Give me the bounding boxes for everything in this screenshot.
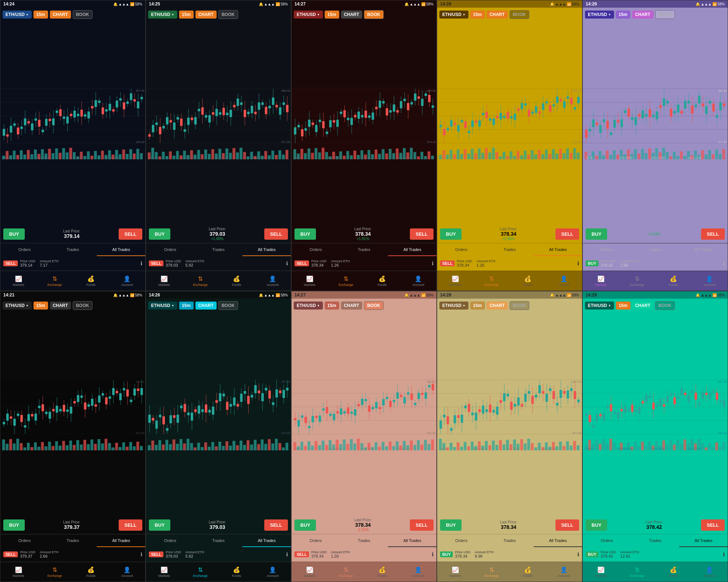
buy-button[interactable]: BUY	[440, 519, 462, 531]
nav-item-exchange[interactable]: ⇅ Exchange	[182, 562, 219, 582]
trade-tab-orders[interactable]: Orders	[292, 243, 340, 256]
info-icon[interactable]: ℹ	[577, 551, 579, 557]
nav-item-exchange[interactable]: ⇅ Exchange	[37, 271, 73, 291]
nav-item-exchange[interactable]: ⇅ Exchange	[182, 271, 219, 291]
sell-button[interactable]: SELL	[264, 228, 288, 240]
nav-item-exchange[interactable]: ⇅ Exchange	[474, 562, 510, 582]
nav-item-markets[interactable]: 📈 Markets	[292, 562, 328, 582]
sell-button[interactable]: SELL	[410, 228, 434, 240]
pair-button[interactable]: ETH/USD ▼	[294, 11, 323, 19]
nav-item-funds[interactable]: 💰 Funds	[218, 562, 255, 582]
info-icon[interactable]: ℹ	[286, 260, 288, 266]
chart-button[interactable]: CHART	[50, 302, 71, 310]
info-icon[interactable]: ℹ	[141, 551, 142, 557]
pair-button[interactable]: ETH/USD ▼	[439, 11, 468, 19]
trade-tab-orders[interactable]: Orders	[146, 243, 194, 256]
nav-item-markets[interactable]: 📈 Markets	[583, 271, 619, 291]
nav-item-funds[interactable]: 💰 Funds	[364, 271, 400, 291]
sell-button[interactable]: SELL	[701, 228, 725, 240]
chart-button[interactable]: CHART	[632, 11, 653, 19]
interval-button[interactable]: 15m	[325, 302, 339, 310]
book-button[interactable]: BOOK	[364, 301, 384, 310]
pair-button[interactable]: ETH/USD ▼	[3, 302, 32, 310]
sell-button[interactable]: SELL	[264, 519, 288, 531]
nav-item-exchange[interactable]: ⇅ Exchange	[619, 562, 656, 582]
nav-item-funds[interactable]: 💰 Funds	[218, 271, 255, 291]
interval-button[interactable]: 15m	[33, 11, 48, 19]
chart-button[interactable]: CHART	[341, 11, 362, 19]
trade-tab-orders[interactable]: Orders	[583, 534, 631, 547]
nav-item-account[interactable]: 👤 Account	[692, 562, 728, 582]
interval-button[interactable]: 15m	[470, 302, 485, 310]
pair-button[interactable]: ETH/USD ▼	[585, 11, 614, 19]
nav-item-funds[interactable]: 💰 Funds	[73, 271, 109, 291]
trade-tab-trades[interactable]: Trades	[486, 534, 534, 547]
book-button[interactable]: BOOK	[655, 10, 675, 19]
trade-tab-trades[interactable]: Trades	[631, 534, 680, 547]
trade-tab-all-trades[interactable]: All Trades	[679, 534, 728, 547]
chart-button[interactable]: CHART	[195, 302, 217, 310]
trade-tab-orders[interactable]: Orders	[146, 534, 194, 547]
trade-tab-all-trades[interactable]: All Trades	[242, 243, 291, 256]
nav-item-account[interactable]: 👤 Account	[255, 271, 291, 291]
info-icon[interactable]: ℹ	[432, 551, 434, 557]
nav-item-account[interactable]: 👤 Account	[400, 271, 437, 291]
interval-button[interactable]: 15m	[179, 302, 194, 310]
trade-tab-orders[interactable]: Orders	[0, 534, 49, 547]
nav-item-account[interactable]: 👤 Account	[109, 562, 146, 582]
buy-button[interactable]: BUY	[149, 228, 170, 240]
info-icon[interactable]: ℹ	[286, 551, 288, 557]
trade-tab-all-trades[interactable]: All Trades	[388, 534, 436, 547]
nav-item-exchange[interactable]: ⇅ Exchange	[328, 562, 364, 582]
pair-button[interactable]: ETH/USD ▼	[148, 302, 177, 310]
sell-button[interactable]: SELL	[701, 519, 725, 531]
trade-tab-all-trades[interactable]: All Trades	[242, 534, 291, 547]
buy-button[interactable]: BUY	[3, 228, 25, 240]
info-icon[interactable]: ℹ	[141, 260, 142, 266]
chart-button[interactable]: CHART	[195, 11, 217, 19]
nav-item-markets[interactable]: 📈 Markets	[583, 562, 619, 582]
nav-item-markets[interactable]: 📈 Markets	[437, 271, 474, 291]
book-button[interactable]: BOOK	[364, 10, 384, 19]
sell-button[interactable]: SELL	[555, 519, 579, 531]
nav-item-account[interactable]: 👤 Account	[400, 562, 437, 582]
nav-item-markets[interactable]: 📈 Markets	[437, 562, 474, 582]
nav-item-markets[interactable]: 📈 Markets	[146, 562, 182, 582]
pair-button[interactable]: ETH/USD ▼	[3, 11, 32, 19]
chart-button[interactable]: CHART	[50, 11, 71, 19]
sell-button[interactable]: SELL	[555, 228, 579, 240]
interval-button[interactable]: 15m	[325, 11, 339, 19]
buy-button[interactable]: BUY	[294, 228, 316, 240]
buy-button[interactable]: BUY	[294, 519, 316, 531]
book-button[interactable]: BOOK	[510, 10, 529, 19]
interval-button[interactable]: 15m	[179, 11, 194, 19]
nav-item-exchange[interactable]: ⇅ Exchange	[37, 562, 73, 582]
nav-item-account[interactable]: 👤 Account	[109, 271, 146, 291]
nav-item-funds[interactable]: 💰 Funds	[510, 271, 546, 291]
info-icon[interactable]: ℹ	[577, 260, 579, 266]
chart-button[interactable]: CHART	[632, 302, 653, 310]
nav-item-markets[interactable]: 📈 Markets	[146, 271, 182, 291]
nav-item-markets[interactable]: 📈 Markets	[0, 271, 37, 291]
trade-tab-orders[interactable]: Orders	[437, 243, 486, 256]
pair-button[interactable]: ETH/USD ▼	[148, 11, 177, 19]
nav-item-account[interactable]: 👤 Account	[255, 562, 291, 582]
chart-button[interactable]: CHART	[487, 11, 508, 19]
trade-tab-trades[interactable]: Trades	[194, 243, 243, 256]
nav-item-funds[interactable]: 💰 Funds	[510, 562, 546, 582]
nav-item-exchange[interactable]: ⇅ Exchange	[328, 271, 364, 291]
interval-button[interactable]: 15m	[33, 302, 48, 310]
trade-tab-all-trades[interactable]: All Trades	[534, 243, 582, 256]
trade-tab-orders[interactable]: Orders	[0, 243, 49, 256]
nav-item-markets[interactable]: 📈 Markets	[0, 562, 37, 582]
book-button[interactable]: BOOK	[510, 301, 529, 310]
book-button[interactable]: BOOK	[218, 10, 238, 19]
nav-item-funds[interactable]: 💰 Funds	[364, 562, 400, 582]
pair-button[interactable]: ETH/USD ▼	[439, 302, 468, 310]
nav-item-account[interactable]: 👤 Account	[692, 271, 728, 291]
trade-tab-all-trades[interactable]: All Trades	[388, 243, 436, 256]
nav-item-funds[interactable]: 💰 Funds	[655, 562, 692, 582]
nav-item-account[interactable]: 👤 Account	[546, 562, 582, 582]
trade-tab-trades[interactable]: Trades	[49, 243, 97, 256]
book-button[interactable]: BOOK	[73, 301, 92, 310]
